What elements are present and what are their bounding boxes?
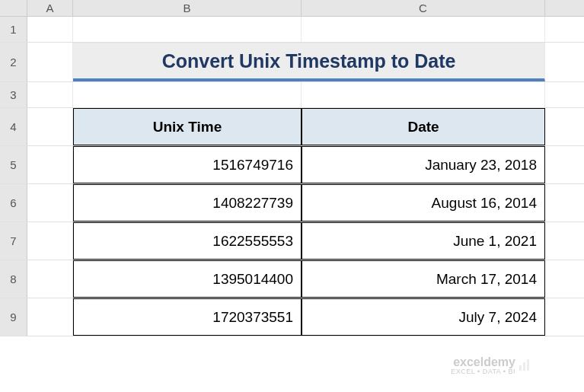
- row-2: 2 Convert Unix Timestamp to Date: [0, 43, 584, 82]
- cell-A2[interactable]: [27, 43, 73, 81]
- page-title[interactable]: Convert Unix Timestamp to Date: [73, 43, 545, 81]
- watermark-name: exceldemy: [451, 356, 515, 368]
- row-header-2[interactable]: 2: [0, 43, 27, 81]
- table-row: 6 1408227739 August 16, 2014: [0, 184, 584, 222]
- table-header-date[interactable]: Date: [302, 108, 545, 145]
- cell-B1[interactable]: [73, 17, 302, 42]
- date-cell[interactable]: July 7, 2024: [302, 298, 545, 336]
- svg-rect-1: [523, 362, 525, 371]
- date-cell[interactable]: June 1, 2021: [302, 222, 545, 260]
- unix-cell[interactable]: 1622555553: [73, 222, 302, 260]
- cell-A4[interactable]: [27, 108, 73, 145]
- row-header-3[interactable]: 3: [0, 82, 27, 107]
- unix-cell[interactable]: 1395014400: [73, 260, 302, 298]
- table-row: 9 1720373551 July 7, 2024: [0, 298, 584, 336]
- chart-icon: [519, 358, 532, 371]
- table-row: 5 1516749716 January 23, 2018: [0, 146, 584, 184]
- row-header-7[interactable]: 7: [0, 222, 27, 260]
- column-headers: A B C: [0, 0, 584, 17]
- table-row: 7 1622555553 June 1, 2021: [0, 222, 584, 260]
- cell-A3[interactable]: [27, 82, 73, 107]
- table-row: 8 1395014400 March 17, 2014: [0, 260, 584, 298]
- col-header-B[interactable]: B: [73, 0, 302, 16]
- row-header-9[interactable]: 9: [0, 298, 27, 336]
- cell-A7[interactable]: [27, 222, 73, 260]
- cell-A9[interactable]: [27, 298, 73, 336]
- row-1: 1: [0, 17, 584, 43]
- date-cell[interactable]: March 17, 2014: [302, 260, 545, 298]
- cell-A5[interactable]: [27, 146, 73, 183]
- cell-A6[interactable]: [27, 184, 73, 221]
- unix-cell[interactable]: 1516749716: [73, 146, 302, 183]
- row-4: 4 Unix Time Date: [0, 108, 584, 146]
- watermark-tagline: EXCEL • DATA • BI: [451, 368, 515, 375]
- watermark: exceldemy EXCEL • DATA • BI: [451, 356, 515, 375]
- unix-cell[interactable]: 1408227739: [73, 184, 302, 221]
- cell-C1[interactable]: [302, 17, 545, 42]
- date-cell[interactable]: January 23, 2018: [302, 146, 545, 183]
- svg-rect-2: [527, 359, 529, 371]
- col-header-A[interactable]: A: [27, 0, 73, 16]
- svg-rect-0: [519, 365, 522, 371]
- row-header-1[interactable]: 1: [0, 17, 27, 42]
- col-header-C[interactable]: C: [302, 0, 545, 16]
- row-3: 3: [0, 82, 584, 108]
- cell-A1[interactable]: [27, 17, 73, 42]
- unix-cell[interactable]: 1720373551: [73, 298, 302, 336]
- cell-C3[interactable]: [302, 82, 545, 107]
- select-all-corner[interactable]: [0, 0, 27, 16]
- row-header-4[interactable]: 4: [0, 108, 27, 145]
- table-header-unix[interactable]: Unix Time: [73, 108, 302, 145]
- cell-B3[interactable]: [73, 82, 302, 107]
- spreadsheet-grid: A B C 1 2 Convert Unix Timestamp to Date…: [0, 0, 584, 336]
- cell-A8[interactable]: [27, 260, 73, 298]
- row-header-8[interactable]: 8: [0, 260, 27, 298]
- row-header-5[interactable]: 5: [0, 146, 27, 183]
- date-cell[interactable]: August 16, 2014: [302, 184, 545, 221]
- row-header-6[interactable]: 6: [0, 184, 27, 221]
